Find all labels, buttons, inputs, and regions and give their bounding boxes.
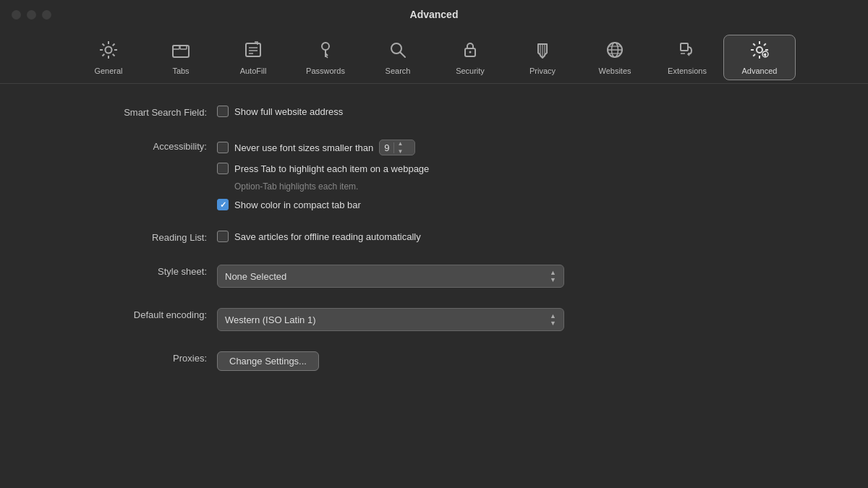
show-full-address-row: Show full website address [217, 106, 343, 117]
show-full-address-text: Show full website address [234, 106, 343, 117]
show-color-text: Show color in compact tab bar [234, 200, 361, 210]
default-encoding-select[interactable]: Western (ISO Latin 1) ▲ ▼ [217, 308, 564, 331]
style-sheet-row: Style sheet: None Selected ▲ ▼ [0, 265, 868, 288]
svg-line-42 [753, 54, 755, 56]
save-articles-text: Save articles for offline reading automa… [234, 231, 421, 242]
style-sheet-label: Style sheet: [58, 265, 217, 278]
search-icon [388, 40, 408, 63]
accessibility-label: Accessibility: [58, 140, 217, 153]
window-controls [12, 10, 51, 20]
press-tab-row: Press Tab to highlight each item on a we… [217, 163, 429, 174]
tab-extensions[interactable]: Extensions [651, 35, 723, 80]
proxies-controls: Change Settings... [217, 351, 319, 371]
maximize-button[interactable] [42, 10, 51, 20]
svg-point-23 [469, 51, 472, 53]
style-sheet-arrow-up: ▲ [550, 269, 556, 276]
font-size-value: 9 [380, 142, 394, 153]
tab-autofill[interactable]: AutoFill [217, 35, 289, 80]
title-bar: Advanced [0, 0, 868, 29]
never-small-font-checkbox[interactable] [217, 142, 229, 153]
style-sheet-value: None Selected [225, 271, 286, 282]
window-title: Advanced [410, 9, 459, 20]
svg-point-44 [765, 53, 767, 56]
tab-search[interactable]: Search [362, 35, 434, 80]
stepper-arrows: ▲ ▼ [394, 140, 406, 155]
reading-list-controls: Save articles for offline reading automa… [217, 231, 421, 242]
svg-rect-11 [180, 46, 187, 49]
change-settings-button[interactable]: Change Settings... [217, 351, 319, 371]
advanced-icon [749, 40, 770, 63]
default-encoding-label: Default encoding: [58, 308, 217, 322]
tab-privacy[interactable]: Privacy [506, 35, 579, 80]
press-tab-text: Press Tab to highlight each item on a we… [234, 163, 429, 174]
tab-security[interactable]: Security [434, 35, 506, 80]
never-small-font-row: Never use font sizes smaller than 9 ▲ ▼ [217, 140, 429, 155]
default-encoding-arrow-up: ▲ [550, 312, 556, 320]
svg-rect-12 [246, 43, 260, 56]
reading-list-row: Reading List: Save articles for offline … [0, 231, 868, 244]
smart-search-row: Smart Search Field: Show full website ad… [0, 106, 868, 119]
security-icon [460, 40, 480, 63]
tab-websites[interactable]: Websites [579, 35, 651, 80]
reading-list-label: Reading List: [58, 231, 217, 244]
svg-rect-32 [681, 43, 688, 51]
tab-passwords-label: Passwords [306, 67, 345, 75]
tab-websites-label: Websites [598, 67, 631, 75]
websites-icon [605, 40, 625, 63]
svg-line-8 [103, 54, 105, 56]
general-icon [98, 40, 119, 63]
style-sheet-arrows: ▲ ▼ [550, 269, 556, 283]
default-encoding-controls: Western (ISO Latin 1) ▲ ▼ [217, 308, 564, 331]
default-encoding-value: Western (ISO Latin 1) [225, 314, 315, 325]
tab-general[interactable]: General [72, 35, 145, 80]
style-sheet-controls: None Selected ▲ ▼ [217, 265, 564, 288]
svg-rect-10 [173, 46, 179, 49]
tabs-icon [171, 40, 191, 63]
save-articles-row: Save articles for offline reading automa… [217, 231, 421, 242]
autofill-icon [243, 40, 263, 63]
font-size-stepper[interactable]: 9 ▲ ▼ [379, 140, 415, 155]
privacy-icon [532, 40, 553, 63]
svg-line-6 [113, 54, 115, 56]
show-full-address-checkbox[interactable] [217, 106, 229, 117]
press-tab-checkbox[interactable] [217, 163, 229, 174]
close-button[interactable] [12, 10, 21, 20]
svg-line-39 [753, 43, 755, 46]
style-sheet-arrow-down: ▼ [550, 276, 556, 283]
minimize-button[interactable] [27, 10, 36, 20]
show-color-checkbox[interactable] [217, 199, 229, 210]
default-encoding-arrow-down: ▼ [550, 320, 556, 327]
stepper-up-arrow[interactable]: ▲ [394, 140, 406, 147]
tab-advanced-label: Advanced [742, 67, 778, 75]
tab-tabs-label: Tabs [172, 67, 189, 75]
tab-search-label: Search [386, 67, 411, 75]
passwords-icon [315, 40, 336, 63]
tab-autofill-label: AutoFill [240, 67, 267, 75]
style-sheet-select[interactable]: None Selected ▲ ▼ [217, 265, 564, 288]
show-color-row: Show color in compact tab bar [217, 199, 429, 210]
tab-extensions-label: Extensions [668, 67, 707, 75]
default-encoding-row: Default encoding: Western (ISO Latin 1) … [0, 308, 868, 331]
extensions-icon [677, 40, 697, 63]
svg-line-7 [113, 44, 115, 46]
smart-search-controls: Show full website address [217, 106, 343, 117]
svg-line-21 [401, 53, 406, 58]
tab-advanced[interactable]: Advanced [723, 35, 796, 80]
svg-line-41 [764, 43, 766, 46]
tab-security-label: Security [456, 67, 485, 75]
tab-passwords[interactable]: Passwords [289, 35, 362, 80]
tab-tabs[interactable]: Tabs [145, 35, 217, 80]
stepper-down-arrow[interactable]: ▼ [394, 147, 406, 155]
svg-point-0 [106, 47, 112, 53]
toolbar: General Tabs AutoFill [0, 29, 868, 84]
proxies-label: Proxies: [58, 351, 217, 365]
accessibility-controls: Never use font sizes smaller than 9 ▲ ▼ … [217, 140, 429, 210]
smart-search-label: Smart Search Field: [58, 106, 217, 119]
accessibility-row: Accessibility: Never use font sizes smal… [0, 140, 868, 210]
save-articles-checkbox[interactable] [217, 231, 229, 242]
svg-point-34 [757, 47, 762, 53]
press-tab-subtext: Option-Tab highlights each item. [217, 181, 429, 192]
svg-point-16 [322, 43, 329, 50]
default-encoding-arrows: ▲ ▼ [550, 312, 556, 327]
never-small-font-text: Never use font sizes smaller than [234, 142, 373, 153]
